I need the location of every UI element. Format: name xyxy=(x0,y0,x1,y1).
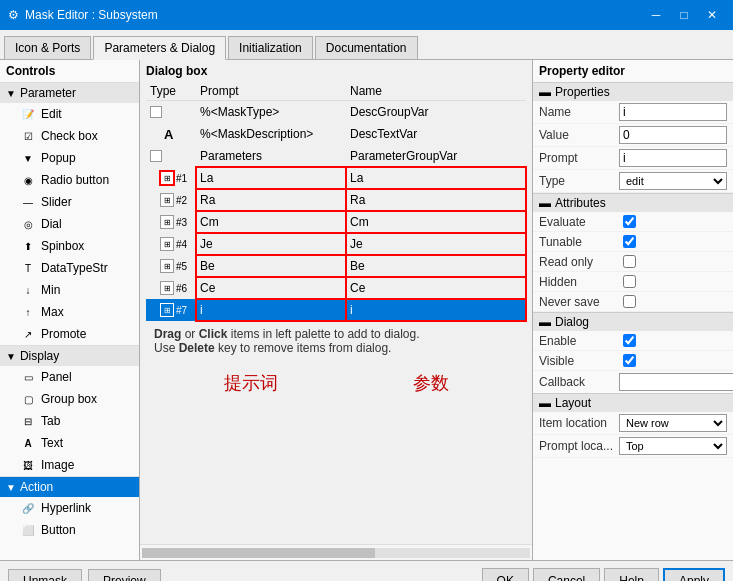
group-display[interactable]: ▼ Display xyxy=(0,345,139,366)
prop-hidden-row: Hidden xyxy=(533,272,733,292)
groupbox-icon: ▢ xyxy=(20,391,36,407)
control-hyperlink[interactable]: 🔗 Hyperlink xyxy=(0,497,139,519)
title-bar: ⚙ Mask Editor : Subsystem ─ □ ✕ xyxy=(0,0,733,30)
horizontal-scrollbar[interactable] xyxy=(140,544,532,560)
prop-evaluate-label: Evaluate xyxy=(539,215,619,229)
table-row[interactable]: ⊞ #6 Ce Ce xyxy=(146,277,526,299)
prop-evaluate-checkbox[interactable] xyxy=(623,215,636,228)
text-icon: A xyxy=(20,435,36,451)
control-dial[interactable]: ◎ Dial xyxy=(0,213,139,235)
control-tab[interactable]: ⊟ Tab xyxy=(0,410,139,432)
col-name: Name xyxy=(346,82,526,101)
prop-callback-input[interactable] xyxy=(619,373,733,391)
prop-visible-checkbox[interactable] xyxy=(623,354,636,367)
row-checkbox-2[interactable] xyxy=(150,150,162,162)
control-groupbox[interactable]: ▢ Group box xyxy=(0,388,139,410)
control-max-label: Max xyxy=(41,305,64,319)
section-properties[interactable]: ▬ Properties xyxy=(533,82,733,101)
prop-hidden-checkbox[interactable] xyxy=(623,275,636,288)
table-row[interactable]: ⊞ #3 Cm Cm xyxy=(146,211,526,233)
tab-parameters-dialog[interactable]: Parameters & Dialog xyxy=(93,36,226,60)
group-parameter-label: Parameter xyxy=(20,86,76,100)
preview-button[interactable]: Preview xyxy=(88,569,161,582)
control-text[interactable]: A Text xyxy=(0,432,139,454)
control-checkbox-label: Check box xyxy=(41,129,98,143)
prop-neversave-label: Never save xyxy=(539,295,619,309)
col-prompt: Prompt xyxy=(196,82,346,101)
help-button[interactable]: Help xyxy=(604,568,659,582)
prop-tunable-checkbox[interactable] xyxy=(623,235,636,248)
hint-text: Drag or Click items in left palette to a… xyxy=(146,321,526,361)
prop-hidden-label: Hidden xyxy=(539,275,619,289)
control-panel-label: Panel xyxy=(41,370,72,384)
group-parameter[interactable]: ▼ Parameter xyxy=(0,82,139,103)
tab-icon-ports[interactable]: Icon & Ports xyxy=(4,36,91,59)
control-groupbox-label: Group box xyxy=(41,392,97,406)
control-datatypestr[interactable]: T DataTypeStr xyxy=(0,257,139,279)
ok-button[interactable]: OK xyxy=(482,568,529,582)
promote-icon: ↗ xyxy=(20,326,36,342)
prop-promptlocation-select[interactable]: Top Left Right Bottom xyxy=(619,437,727,455)
control-datatypestr-label: DataTypeStr xyxy=(41,261,108,275)
section-dialog[interactable]: ▬ Dialog xyxy=(533,312,733,331)
hint-drag: Drag or Click items in left palette to a… xyxy=(154,327,420,341)
section-collapse-icon-attrs: ▬ xyxy=(539,196,551,210)
section-layout[interactable]: ▬ Layout xyxy=(533,393,733,412)
max-icon: ↑ xyxy=(20,304,36,320)
prop-itemlocation-label: Item location xyxy=(539,416,619,430)
prop-neversave-checkbox[interactable] xyxy=(623,295,636,308)
prop-visible-row: Visible xyxy=(533,351,733,371)
control-spinbox[interactable]: ⬆ Spinbox xyxy=(0,235,139,257)
prop-value-input[interactable] xyxy=(619,126,727,144)
prop-readonly-checkbox[interactable] xyxy=(623,255,636,268)
prop-prompt-input[interactable] xyxy=(619,149,727,167)
control-edit[interactable]: 📝 Edit xyxy=(0,103,139,125)
control-image[interactable]: 🖼 Image xyxy=(0,454,139,476)
cancel-button[interactable]: Cancel xyxy=(533,568,600,582)
apply-button[interactable]: Apply xyxy=(663,568,725,582)
table-row[interactable]: A %<MaskDescription> DescTextVar xyxy=(146,123,526,145)
dialog-table-area[interactable]: Type Prompt Name %<MaskType> xyxy=(140,82,532,544)
table-row[interactable]: ⊞ #2 Ra Ra xyxy=(146,189,526,211)
group-action[interactable]: ▼ Action xyxy=(0,476,139,497)
control-max[interactable]: ↑ Max xyxy=(0,301,139,323)
tab-initialization[interactable]: Initialization xyxy=(228,36,313,59)
table-row[interactable]: Parameters ParameterGroupVar xyxy=(146,145,526,167)
minimize-button[interactable]: ─ xyxy=(643,2,669,28)
table-row[interactable]: ⊞ #1 La La xyxy=(146,167,526,189)
dialog-panel: Dialog box Type Prompt Name xyxy=(140,60,533,560)
control-text-label: Text xyxy=(41,436,63,450)
unmask-button[interactable]: Unmask xyxy=(8,569,82,582)
prop-name-input[interactable] xyxy=(619,103,727,121)
param-row-icon: ⊞ xyxy=(160,193,174,207)
prop-readonly-label: Read only xyxy=(539,255,619,269)
dialog-table: Type Prompt Name %<MaskType> xyxy=(146,82,526,321)
control-slider[interactable]: — Slider xyxy=(0,191,139,213)
section-dialog-label: Dialog xyxy=(555,315,589,329)
control-popup[interactable]: ▼ Popup xyxy=(0,147,139,169)
table-row[interactable]: ⊞ #4 Je Je xyxy=(146,233,526,255)
tab-documentation[interactable]: Documentation xyxy=(315,36,418,59)
table-row[interactable]: ⊞ #5 Be Be xyxy=(146,255,526,277)
control-min[interactable]: ↓ Min xyxy=(0,279,139,301)
control-radio[interactable]: ◉ Radio button xyxy=(0,169,139,191)
control-button[interactable]: ⬜ Button xyxy=(0,519,139,541)
close-button[interactable]: ✕ xyxy=(699,2,725,28)
table-row[interactable]: %<MaskType> DescGroupVar xyxy=(146,101,526,124)
row-checkbox[interactable] xyxy=(150,106,162,118)
control-checkbox[interactable]: ☑ Check box xyxy=(0,125,139,147)
property-editor-header: Property editor xyxy=(533,60,733,82)
prop-value-row: Value xyxy=(533,124,733,147)
prop-itemlocation-select[interactable]: New row Same row xyxy=(619,414,727,432)
controls-header: Controls xyxy=(0,60,139,82)
prop-enable-checkbox[interactable] xyxy=(623,334,636,347)
prop-type-select[interactable]: edit popup checkbox xyxy=(619,172,727,190)
section-attributes[interactable]: ▬ Attributes xyxy=(533,193,733,212)
dialog-header: Dialog box xyxy=(140,60,532,82)
table-row-selected[interactable]: ⊞ #7 i i xyxy=(146,299,526,321)
maximize-button[interactable]: □ xyxy=(671,2,697,28)
control-promote-label: Promote xyxy=(41,327,86,341)
control-panel[interactable]: ▭ Panel xyxy=(0,366,139,388)
row-num-selected: #7 xyxy=(176,305,187,316)
control-promote[interactable]: ↗ Promote xyxy=(0,323,139,345)
